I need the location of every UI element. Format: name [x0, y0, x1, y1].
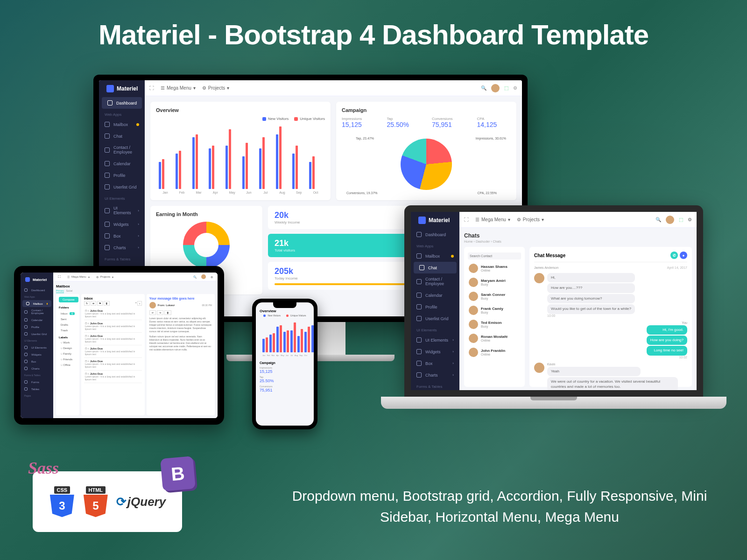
mail-label[interactable]: ○ Family	[59, 351, 77, 357]
delete-button[interactable]: 🗑	[164, 310, 171, 315]
sidebar-section-forms: Forms & Tables	[411, 381, 459, 390]
sidebar-item-contact[interactable]: Contact / Employee	[411, 273, 459, 289]
topbar-megamenu[interactable]: ☰ Mega Menu ▾	[161, 85, 196, 91]
forward-button[interactable]: ↪	[157, 310, 163, 315]
contact-item[interactable]: Frank CamlyBusy	[468, 303, 521, 317]
sidebar-item-box[interactable]: Box	[21, 358, 53, 365]
page-title: Mailbox	[56, 284, 215, 288]
sidebar-item-box[interactable]: Box›	[99, 230, 145, 242]
sidebar-item-profile[interactable]: Profile	[21, 323, 53, 330]
settings-icon[interactable]: ⚙	[513, 85, 517, 91]
sidebar-item-box[interactable]: Box›	[411, 357, 459, 369]
mail-label[interactable]: ○ Design	[59, 345, 77, 351]
contact-item[interactable]: Ted EmisonBusy	[468, 317, 521, 331]
topbar-projects[interactable]: ⚙ Projects ▾	[96, 275, 114, 279]
mail-folder[interactable]: Sent	[59, 316, 77, 322]
contact-item[interactable]: Ronan MostaféOnline	[468, 331, 521, 345]
sidebar-item-dashboard[interactable]: Dashboard	[102, 97, 142, 109]
sidebar-item-charts[interactable]: Charts›	[99, 242, 145, 253]
contact-item[interactable]: Sarah ConnerBusy	[468, 289, 521, 303]
mail-folder[interactable]: Inbox6	[59, 311, 77, 316]
mail-row[interactable]: ☐ ☆ John DoeLorem ipsum - It is a long t…	[84, 371, 142, 383]
search-input[interactable]	[468, 252, 521, 259]
mail-row[interactable]: ☐ ☆ John DoeLorem ipsum - It is a long t…	[84, 345, 142, 358]
notification-icon[interactable]: ⬚	[679, 217, 683, 222]
sidebar-item-mailbox[interactable]: Mailbox	[99, 119, 145, 130]
next-button[interactable]: ›	[137, 301, 142, 306]
topbar-megamenu[interactable]: ☰ Mega Menu ▾	[67, 275, 90, 279]
toolbar-button[interactable]: ↻	[84, 301, 90, 306]
reply-button[interactable]: ↩	[149, 310, 156, 315]
sidebar-item-forms[interactable]: Forms	[21, 378, 53, 385]
settings-icon[interactable]: ⚙	[211, 275, 213, 279]
sidebar-item-userlist[interactable]: Userlist Grid	[21, 330, 53, 337]
mail-row[interactable]: ☐ ☆ John DoeLorem ipsum - It is a long t…	[84, 333, 142, 345]
sidebar-item-contact[interactable]: Contact / Employee	[99, 142, 145, 158]
toolbar-button[interactable]: ✉	[91, 301, 96, 306]
tab-social[interactable]: Social	[66, 289, 72, 292]
sidebar-item-uielements[interactable]: UI Elements›	[411, 334, 459, 346]
expand-icon[interactable]: ⛶	[464, 217, 469, 222]
sidebar-item-uielements[interactable]: UI Elements›	[99, 203, 145, 218]
sidebar-item-chat[interactable]: Chat	[414, 262, 457, 273]
prev-button[interactable]: ‹	[135, 301, 136, 306]
mail-row[interactable]: ☐ ☆ John DoeLorem ipsum - It is a long t…	[84, 308, 142, 320]
compose-button[interactable]: Compose	[59, 297, 78, 302]
sidebar-item-contact[interactable]: Contact / Employee	[21, 307, 53, 316]
mail-row[interactable]: ☐ ☆ John DoeLorem ipsum - It is a long t…	[84, 358, 142, 371]
tab-primary[interactable]: Primary	[56, 289, 64, 293]
video-icon[interactable]: ●	[680, 252, 687, 259]
sidebar-item-charts[interactable]: Charts	[21, 365, 53, 372]
avatar[interactable]	[491, 84, 500, 92]
sidebar-item-dashboard[interactable]: Dashboard	[411, 229, 459, 240]
sidebar-item-mailbox[interactable]: Mailbox	[22, 300, 51, 307]
sidebar-section-forms: Forms & Tables	[99, 253, 145, 263]
mail-folder[interactable]: Trash	[59, 328, 77, 333]
sidebar-item-widgets[interactable]: Widgets	[21, 351, 53, 358]
sidebar-item-calendar[interactable]: Calendar	[411, 289, 459, 301]
sidebar-item-calendar[interactable]: Calendar	[21, 316, 53, 323]
mail-row[interactable]: ☐ ☆ John DoeLorem ipsum - It is a long t…	[84, 320, 142, 333]
message-bubble: Hi,	[547, 273, 635, 282]
avatar[interactable]	[201, 274, 206, 279]
brand[interactable]: Materiel	[21, 273, 53, 287]
notification-icon[interactable]: ⬚	[504, 85, 508, 91]
phone-icon[interactable]: ✆	[670, 252, 678, 259]
sidebar-item-uielements[interactable]: UI Elements	[21, 344, 53, 351]
contact-item[interactable]: Hassan ShamsOnline	[468, 261, 521, 275]
topbar-projects[interactable]: ⚙ Projects ▾	[202, 85, 229, 91]
sidebar-item-dashboard[interactable]: Dashboard	[21, 287, 53, 294]
sidebar-item-widgets[interactable]: Widgets›	[411, 346, 459, 357]
expand-icon[interactable]: ⛶	[149, 85, 154, 91]
brand[interactable]: Materiel	[99, 80, 145, 97]
mail-label[interactable]: ○ Friends	[59, 357, 77, 362]
sidebar-item-charts[interactable]: Charts›	[411, 369, 459, 381]
mail-label[interactable]: ○ Office	[59, 362, 77, 368]
search-icon[interactable]: 🔍	[481, 85, 486, 91]
mail-label[interactable]: ○ Work	[59, 340, 77, 345]
avatar[interactable]	[666, 216, 674, 224]
sidebar-item-calendar[interactable]: Calendar	[99, 158, 145, 169]
topbar-megamenu[interactable]: ☰ Mega Menu ▾	[475, 217, 510, 222]
sidebar-item-chat[interactable]: Chat	[99, 130, 145, 142]
topbar-projects[interactable]: ⚙ Projects ▾	[517, 217, 544, 222]
expand-icon[interactable]: ⛶	[58, 275, 61, 278]
mail-folder[interactable]: Drafts	[59, 322, 77, 328]
brand[interactable]: Materiel	[411, 212, 459, 229]
stat-value: 25.50%	[260, 378, 310, 383]
sidebar-item-widgets[interactable]: Widgets›	[99, 218, 145, 230]
sidebar-item-userlist[interactable]: Userlist Grid	[411, 313, 459, 324]
contact-item[interactable]: Maryam AmiriBusy	[468, 275, 521, 289]
toolbar-button[interactable]: 🗑	[104, 301, 110, 306]
sidebar-item-userlist[interactable]: Userlist Grid	[99, 181, 145, 193]
sidebar-item-profile[interactable]: Profile	[99, 169, 145, 181]
contact-item[interactable]: John FranklinOnline	[468, 345, 521, 359]
badge-dot	[136, 123, 139, 126]
sidebar-item-tables[interactable]: Tables	[21, 385, 53, 392]
settings-icon[interactable]: ⚙	[688, 217, 692, 222]
sidebar-item-profile[interactable]: Profile	[411, 301, 459, 313]
search-icon[interactable]: 🔍	[655, 217, 661, 222]
toolbar-button[interactable]: ⚑	[97, 301, 103, 306]
sidebar-item-mailbox[interactable]: Mailbox	[411, 250, 459, 262]
search-icon[interactable]: 🔍	[193, 275, 197, 279]
